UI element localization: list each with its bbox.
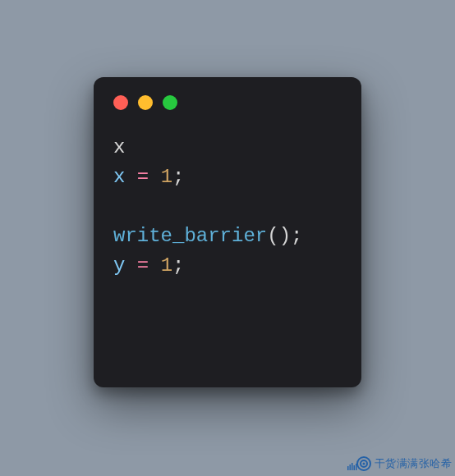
- svg-rect-0: [347, 466, 349, 470]
- window-titlebar: [94, 77, 361, 110]
- code-token: ;: [172, 166, 184, 188]
- code-token: x: [113, 136, 125, 158]
- svg-point-7: [362, 463, 365, 465]
- code-token: [149, 166, 160, 188]
- code-token: ;: [172, 254, 184, 277]
- code-token: =: [137, 166, 149, 188]
- code-block: xx = 1; write_barrier();y = 1;: [94, 110, 361, 281]
- code-token: [149, 254, 160, 277]
- code-token: x: [113, 166, 125, 188]
- code-line: x: [113, 133, 361, 162]
- code-token: y: [113, 254, 125, 277]
- zoom-icon[interactable]: [163, 95, 177, 110]
- close-icon[interactable]: [113, 95, 128, 110]
- code-line: [113, 192, 361, 222]
- code-token: 1: [161, 166, 172, 188]
- code-token: [125, 254, 136, 277]
- watermark-logo-icon: [347, 455, 371, 473]
- minimize-icon[interactable]: [138, 95, 153, 110]
- code-token: write_barrier: [113, 225, 267, 247]
- code-token: 1: [161, 254, 172, 277]
- code-token: =: [137, 254, 149, 277]
- code-line: x = 1;: [113, 162, 361, 192]
- watermark-text: 干货满满张哈希: [375, 456, 453, 471]
- svg-rect-2: [352, 463, 353, 470]
- code-line: y = 1;: [113, 251, 361, 281]
- svg-rect-1: [349, 465, 351, 470]
- watermark: 干货满满张哈希: [347, 455, 453, 473]
- svg-rect-3: [353, 465, 355, 470]
- code-window: xx = 1; write_barrier();y = 1;: [94, 77, 361, 387]
- code-token: ();: [267, 225, 302, 247]
- code-token: [125, 166, 136, 188]
- code-line: write_barrier();: [113, 222, 361, 251]
